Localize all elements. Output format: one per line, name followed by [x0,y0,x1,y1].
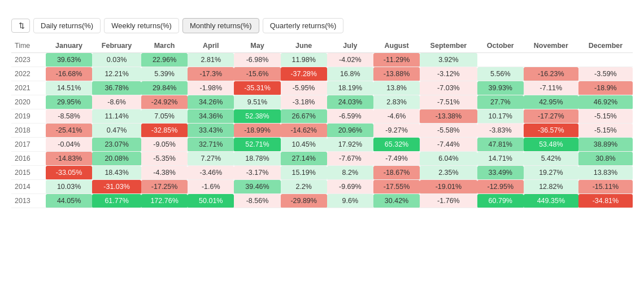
value-cell: -1.6% [188,180,234,194]
value-cell: 52.38% [234,109,280,124]
value-cell: 0.47% [92,124,141,138]
value-cell: 34.26% [188,95,234,109]
value-cell: -3.17% [234,166,280,180]
table-row: 2015-33.05%18.43%-4.38%-3.46%-3.17%15.19… [11,166,633,180]
value-cell: 18.19% [327,81,373,95]
value-cell: -19.01% [420,180,477,194]
value-cell: -18.99% [234,124,280,138]
value-cell: -4.02% [327,53,373,67]
tab-quarterly[interactable]: Quarterly returns(%) [263,18,344,33]
table-row: 201410.03%-31.03%-17.25%-1.6%39.46%2.2%-… [11,180,633,194]
col-header: June [281,39,327,53]
year-cell: 2022 [11,67,46,81]
value-cell: 5.56% [477,67,524,81]
value-cell: -5.95% [281,81,327,95]
value-cell: 61.77% [92,194,141,208]
value-cell: 52.71% [234,138,280,152]
value-cell: 23.07% [92,138,141,152]
value-cell: -4.6% [373,109,420,124]
ticker-selector[interactable]: ⇅ [11,19,30,33]
value-cell: -18.67% [373,166,420,180]
value-cell: -25.41% [46,124,92,138]
value-cell: -18.9% [578,81,633,95]
value-cell: 14.51% [46,81,92,95]
value-cell: -3.18% [281,95,327,109]
value-cell: 53.48% [524,138,578,152]
value-cell: -3.12% [420,67,477,81]
value-cell: -14.83% [46,152,92,166]
table-row: 2018-25.41%0.47%-32.85%33.43%-18.99%-14.… [11,124,633,138]
value-cell: -7.49% [373,152,420,166]
value-cell: -6.98% [234,53,280,67]
tab-weekly[interactable]: Weekly returns(%) [104,18,179,33]
value-cell: 32.71% [188,138,234,152]
value-cell: 20.08% [92,152,141,166]
value-cell: 11.98% [281,53,327,67]
value-cell: 30.42% [373,194,420,208]
value-cell: 2.81% [188,53,234,67]
value-cell: 38.89% [578,138,633,152]
value-cell: 6.04% [420,152,477,166]
value-cell: -24.92% [141,95,188,109]
value-cell: -8.58% [46,109,92,124]
value-cell: 29.84% [141,81,188,95]
tab-monthly[interactable]: Monthly returns(%) [182,18,259,33]
col-header: July [327,39,373,53]
value-cell: -17.3% [188,67,234,81]
value-cell: -17.25% [141,180,188,194]
value-cell: 20.96% [327,124,373,138]
value-cell: 11.14% [92,109,141,124]
value-cell: 44.05% [46,194,92,208]
value-cell: 2.35% [420,166,477,180]
value-cell: 9.51% [234,95,280,109]
table-row: 202029.95%-8.6%-24.92%34.26%9.51%-3.18%2… [11,95,633,109]
value-cell: 39.63% [46,53,92,67]
tab-daily[interactable]: Daily returns(%) [33,18,101,33]
col-header: May [234,39,280,53]
value-cell: 12.82% [524,180,578,194]
year-cell: 2020 [11,95,46,109]
value-cell: -4.38% [141,166,188,180]
value-cell: -34.81% [578,194,633,208]
value-cell: -3.46% [188,166,234,180]
col-header: December [578,39,633,53]
col-header: Time [11,39,46,53]
value-cell [524,53,578,67]
value-cell: -7.67% [327,152,373,166]
value-cell: 24.03% [327,95,373,109]
value-cell: -32.85% [141,124,188,138]
value-cell: 5.39% [141,67,188,81]
value-cell: -31.03% [92,180,141,194]
value-cell: 33.43% [188,124,234,138]
value-cell: -7.03% [420,81,477,95]
value-cell: -33.05% [46,166,92,180]
value-cell: 8.2% [327,166,373,180]
value-cell: -11.29% [373,53,420,67]
value-cell: 5.42% [524,152,578,166]
col-header: September [420,39,477,53]
value-cell: -8.56% [234,194,280,208]
col-header: October [477,39,524,53]
year-cell: 2019 [11,109,46,124]
value-cell: -36.57% [524,124,578,138]
value-cell: -37.28% [281,67,327,81]
value-cell: -15.6% [234,67,280,81]
value-cell: 42.95% [524,95,578,109]
table-row: 2022-16.68%12.21%5.39%-17.3%-15.6%-37.28… [11,67,633,81]
value-cell: 2.2% [281,180,327,194]
value-cell: 15.19% [281,166,327,180]
value-cell: 12.21% [92,67,141,81]
value-cell: 33.49% [477,166,524,180]
value-cell [477,53,524,67]
value-cell: 14.71% [477,152,524,166]
value-cell: 60.79% [477,194,524,208]
value-cell: 36.78% [92,81,141,95]
value-cell: -7.44% [420,138,477,152]
value-cell: -1.98% [188,81,234,95]
value-cell: 34.36% [188,109,234,124]
value-cell: -1.76% [420,194,477,208]
value-cell: -13.38% [420,109,477,124]
year-cell: 2016 [11,152,46,166]
value-cell: -14.62% [281,124,327,138]
year-cell: 2013 [11,194,46,208]
